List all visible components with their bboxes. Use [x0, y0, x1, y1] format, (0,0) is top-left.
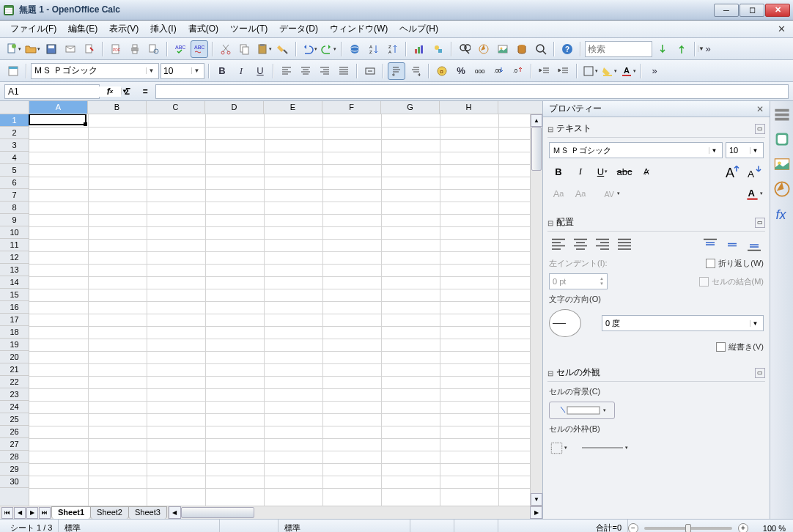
borders-button[interactable]	[581, 62, 599, 80]
row-header[interactable]: 23	[0, 388, 29, 401]
font-size-combo[interactable]: 10 ▼	[161, 63, 204, 79]
formula-input[interactable]	[155, 84, 789, 99]
zoom-slider[interactable]	[644, 527, 732, 530]
function-wizard-button[interactable]: fx	[103, 84, 117, 99]
orientation-dial[interactable]	[549, 309, 581, 337]
sidebar-grow-font-button[interactable]: A	[723, 163, 742, 180]
tab-last-button[interactable]: ⏭	[39, 507, 51, 519]
sidebar-valign-middle-button[interactable]	[723, 236, 742, 254]
horizontal-scrollbar[interactable]: ◀ ▶	[168, 506, 542, 519]
sidebar-valign-top-button[interactable]	[701, 236, 720, 254]
tab-next-button[interactable]: ▶	[26, 507, 38, 519]
search-next-button[interactable]	[654, 40, 671, 58]
cut-button[interactable]	[217, 40, 235, 58]
edit-file-button[interactable]	[81, 40, 98, 58]
fontcolor-button[interactable]: A	[619, 62, 637, 80]
currency-button[interactable]: ¤	[433, 62, 451, 80]
bold-button[interactable]: B	[213, 62, 231, 80]
vertical-scrollbar[interactable]: ▲ ▼	[530, 114, 542, 506]
sidebar-align-right-button[interactable]	[593, 236, 612, 254]
print-preview-button[interactable]	[145, 40, 163, 58]
row-header[interactable]: 30	[0, 476, 29, 488]
row-header[interactable]: 10	[0, 226, 29, 239]
row-header[interactable]: 14	[0, 276, 29, 289]
copy-button[interactable]	[236, 40, 254, 58]
close-document-button[interactable]: ✕	[775, 23, 789, 34]
row-header[interactable]: 8	[0, 202, 29, 214]
new-doc-button[interactable]	[4, 40, 22, 58]
status-page-style[interactable]: 標準	[59, 520, 220, 532]
row-header[interactable]: 11	[0, 239, 29, 251]
row-header[interactable]: 5	[0, 164, 29, 177]
navigator-button[interactable]	[475, 40, 493, 58]
column-header[interactable]: B	[88, 101, 147, 114]
styles-button[interactable]	[4, 62, 22, 80]
row-header[interactable]: 17	[0, 314, 29, 326]
status-sum[interactable]: 合計=0	[498, 520, 628, 532]
remove-decimal-button[interactable]: .0	[509, 62, 527, 80]
minimize-button[interactable]	[714, 4, 739, 17]
gallery-button[interactable]	[494, 40, 512, 58]
row-header[interactable]: 2	[0, 127, 29, 139]
search-prev-button[interactable]	[673, 40, 690, 58]
section-toggle-appearance[interactable]	[547, 368, 553, 378]
sidebar-fontcolor-button[interactable]: A	[745, 185, 764, 202]
sidebar-strike-button[interactable]: abc	[615, 163, 634, 180]
row-header[interactable]: 24	[0, 401, 29, 413]
menu-file[interactable]: ファイル(F)	[4, 21, 62, 37]
section-more-text[interactable]: ▭	[755, 124, 765, 134]
menu-format[interactable]: 書式(O)	[182, 21, 224, 37]
menu-data[interactable]: データ(D)	[273, 21, 324, 37]
sidebar-align-justify-button[interactable]	[615, 236, 634, 254]
column-header[interactable]: H	[440, 101, 498, 114]
cell-border-button[interactable]	[549, 439, 568, 457]
align-right-button[interactable]	[316, 62, 333, 80]
name-box[interactable]: ▼	[4, 84, 100, 99]
format-paintbrush-button[interactable]	[274, 40, 292, 58]
sidebar-tab-styles[interactable]	[773, 130, 791, 148]
tab-first-button[interactable]: ⏮	[1, 507, 13, 519]
row-header[interactable]: 25	[0, 413, 29, 426]
find-button[interactable]	[456, 40, 473, 58]
status-insert-mode[interactable]	[220, 520, 279, 532]
row-header[interactable]: 13	[0, 264, 29, 276]
wrap-checkbox[interactable]	[706, 259, 715, 268]
column-header[interactable]: A	[29, 101, 88, 114]
column-header[interactable]: C	[147, 101, 205, 114]
sidebar-tab-properties[interactable]	[773, 106, 791, 123]
column-header[interactable]: E	[264, 101, 322, 114]
row-header[interactable]: 6	[0, 177, 29, 189]
sidebar-align-left-button[interactable]	[549, 236, 568, 254]
sidebar-align-center-button[interactable]	[571, 236, 590, 254]
sum-button[interactable]: Σ	[120, 84, 135, 99]
sidebar-bold-button[interactable]: B	[549, 163, 568, 180]
print-button[interactable]	[126, 40, 144, 58]
sidebar-italic-button[interactable]: I	[571, 163, 590, 180]
percent-button[interactable]: %	[452, 62, 470, 80]
paste-button[interactable]	[255, 40, 273, 58]
column-header[interactable]: D	[205, 101, 264, 114]
hscroll-thumb[interactable]	[181, 507, 254, 518]
ltr-button[interactable]	[388, 62, 405, 80]
sidebar-superscript-button[interactable]: Aa	[549, 185, 568, 202]
spellcheck-button[interactable]: ABC	[171, 40, 189, 58]
vscroll-thumb[interactable]	[531, 127, 542, 171]
menu-view[interactable]: 表示(V)	[103, 21, 144, 37]
decrease-indent-button[interactable]	[536, 62, 553, 80]
section-toggle-text[interactable]	[547, 124, 553, 134]
section-more-appearance[interactable]: ▭	[755, 368, 765, 378]
cell-bg-button[interactable]	[549, 402, 615, 419]
increase-indent-button[interactable]	[555, 62, 572, 80]
open-button[interactable]	[23, 40, 41, 58]
fmtbar-overflow-button[interactable]: »	[646, 62, 663, 80]
row-header[interactable]: 7	[0, 189, 29, 202]
sidebar-fontsize-combo[interactable]: 10▼	[726, 142, 764, 158]
row-header[interactable]: 20	[0, 351, 29, 363]
menu-insert[interactable]: 挿入(I)	[144, 21, 182, 37]
sort-asc-button[interactable]: AZ	[365, 40, 383, 58]
font-name-combo[interactable]: ＭＳ Ｐゴシック ▼	[31, 63, 159, 79]
left-indent-input[interactable]: 0 pt ▲▼	[549, 273, 608, 289]
hyperlink-button[interactable]	[346, 40, 364, 58]
sidebar-tab-navigator[interactable]	[773, 180, 791, 198]
redo-button[interactable]	[320, 40, 337, 58]
